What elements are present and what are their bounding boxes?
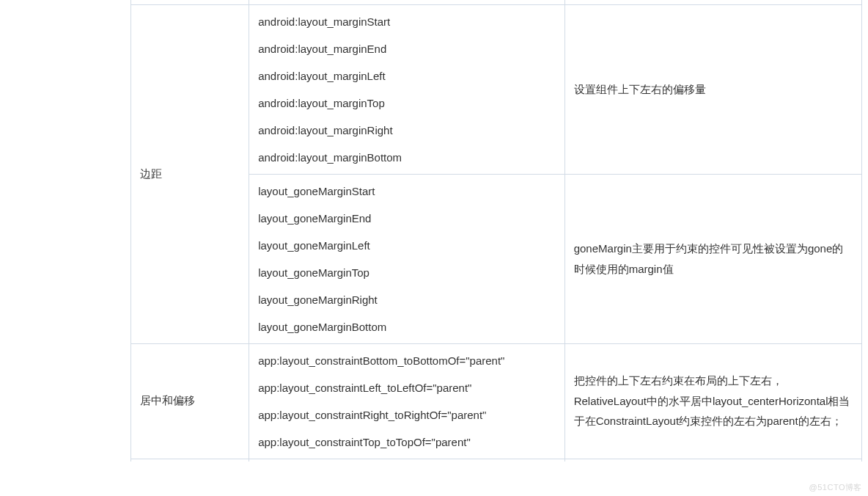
attribute-item: layout_goneMarginStart [258, 182, 556, 205]
attribute-table: 边距 android:layout_marginStart android:la… [7, 0, 862, 462]
attribute-item: android:layout_marginBottom [258, 144, 556, 167]
description-text: goneMargin主要用于约束的控件可见性被设置为gone的时候使用的marg… [574, 238, 853, 280]
attribute-item: layout_goneMarginLeft [258, 232, 556, 259]
attribute-list-cell: android:layout_marginStart android:layou… [249, 4, 565, 174]
attribute-item: android:layout_marginTop [258, 90, 556, 117]
attribute-item: android:layout_marginLeft [258, 62, 556, 90]
attribute-item: android:layout_marginRight [258, 117, 556, 144]
attribute-item: app:layout_constraintLeft_toLeftOf="pare… [258, 374, 556, 401]
attribute-item: app:layout_constraintTop_toTopOf="parent… [258, 428, 556, 451]
category-label: 居中和偏移 [140, 394, 195, 406]
description-text: 设置组件上下左右的偏移量 [574, 79, 853, 100]
category-cell: 居中和偏移 [130, 343, 249, 459]
watermark: @51CTO博客 [809, 482, 862, 493]
attribute-item: layout_goneMarginRight [258, 286, 556, 313]
description-cell: 把控件的上下左右约束在布局的上下左右，RelativeLayout中的水平居中l… [564, 343, 861, 459]
attribute-list-cell: layout_goneMarginStart layout_goneMargin… [249, 174, 565, 343]
attribute-item: android:layout_marginEnd [258, 35, 556, 62]
attribute-item: layout_goneMarginBottom [258, 313, 556, 336]
attribute-item: app:layout_constraintRight_toRightOf="pa… [258, 401, 556, 428]
attribute-item: layout_goneMarginTop [258, 259, 556, 286]
attribute-item: layout_goneMarginEnd [258, 205, 556, 232]
attribute-list-cell: app:layout_constraintBottom_toBottomOf="… [249, 343, 565, 459]
description-cell: 设置组件上下左右的偏移量 [564, 4, 861, 174]
description-text: 把控件的上下左右约束在布局的上下左右，RelativeLayout中的水平居中l… [574, 371, 853, 431]
table-row: 边距 android:layout_marginStart android:la… [7, 4, 862, 174]
category-label: 边距 [140, 167, 162, 180]
table-row [7, 459, 862, 462]
description-cell: goneMargin主要用于约束的控件可见性被设置为gone的时候使用的marg… [564, 174, 861, 343]
attribute-item: app:layout_constraintBottom_toBottomOf="… [258, 351, 556, 374]
category-cell: 边距 [130, 4, 249, 343]
attribute-item: android:layout_marginStart [258, 12, 556, 35]
table-row: 居中和偏移 app:layout_constraintBottom_toBott… [7, 343, 862, 459]
